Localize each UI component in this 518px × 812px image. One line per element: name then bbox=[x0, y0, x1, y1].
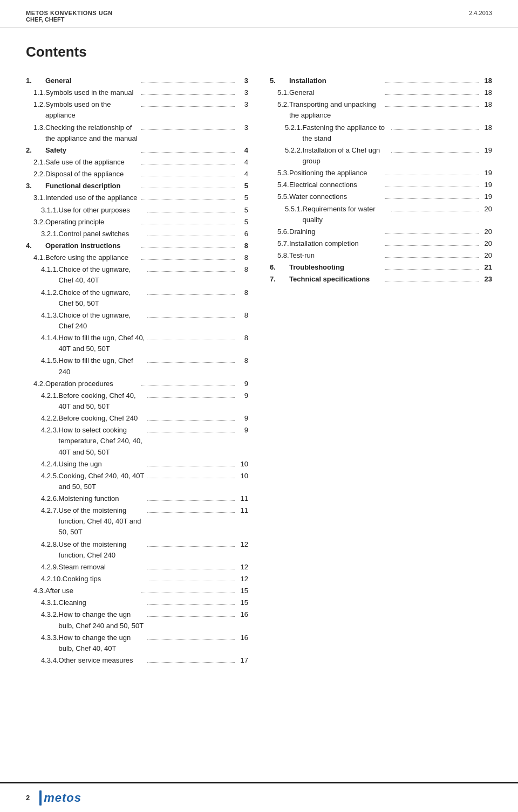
toc-number: 2.1. bbox=[26, 157, 45, 168]
toc-entry: 5.3.Positioning the appliance19 bbox=[270, 168, 492, 178]
toc-text: Use for other purposes bbox=[59, 205, 146, 216]
header-left: METOS KONVEKTIONS UGN CHEF, CHEFT bbox=[26, 10, 113, 23]
toc-text: Disposal of the appliance bbox=[45, 169, 139, 180]
toc-number: 1.3. bbox=[26, 122, 45, 133]
toc-dots bbox=[391, 152, 479, 153]
toc-text: Safe use of the appliance bbox=[45, 157, 139, 168]
toc-dots bbox=[147, 604, 235, 605]
toc-number: 5. bbox=[270, 75, 289, 86]
toc-number: 4.2.1. bbox=[26, 390, 59, 401]
toc-entry: 4.1.1.Choice of the ugnware, Chef 40, 40… bbox=[26, 264, 248, 286]
toc-number: 4.1.5. bbox=[26, 355, 59, 366]
toc-entry: 5.2.1.Fastening the appliance to the sta… bbox=[270, 122, 492, 144]
toc-page: 8 bbox=[236, 264, 248, 275]
header: METOS KONVEKTIONS UGN CHEF, CHEFT 2.4.20… bbox=[0, 0, 518, 27]
toc-number: 1.1. bbox=[26, 87, 45, 98]
toc-number: 3.1.1. bbox=[26, 205, 59, 216]
toc-text: Safety bbox=[45, 145, 139, 156]
toc-number: 5.5.1. bbox=[270, 204, 303, 215]
toc-entry: 4.1.2.Choice of the ugnware, Chef 50, 50… bbox=[26, 287, 248, 309]
toc-number: 4.3.2. bbox=[26, 609, 59, 620]
toc-text: Operation procedures bbox=[45, 379, 139, 389]
toc-text: Steam removal bbox=[59, 562, 146, 573]
toc-page: 18 bbox=[480, 99, 492, 110]
toc-dots bbox=[147, 662, 235, 663]
toc-number: 4.1. bbox=[26, 252, 45, 263]
toc-dots bbox=[147, 500, 235, 501]
toc-text: Use of the moistening function, Chef 240 bbox=[59, 539, 146, 561]
toc-text: How to change the ugn bulb, Chef 240 and… bbox=[59, 609, 146, 631]
toc-text: Using the ugn bbox=[59, 459, 146, 470]
toc-entry: 3.2.1.Control panel switches6 bbox=[26, 229, 248, 239]
toc-number: 4.3.3. bbox=[26, 632, 59, 643]
toc-text: Cleaning bbox=[59, 597, 146, 608]
toc-page: 9 bbox=[236, 425, 248, 436]
footer-page-number: 2 bbox=[26, 794, 30, 802]
toc-dots bbox=[147, 432, 235, 432]
toc-text: Before cooking, Chef 40, 40T and 50, 50T bbox=[59, 390, 146, 412]
toc-page: 17 bbox=[236, 655, 248, 666]
toc-entry: 5.6.Draining20 bbox=[270, 226, 492, 237]
toc-page: 21 bbox=[480, 262, 492, 273]
toc-text: Choice of the ugnware, Chef 240 bbox=[59, 310, 146, 332]
toc-entry: 4.Operation instructions8 bbox=[26, 240, 248, 251]
toc-entry: 5.1.General18 bbox=[270, 87, 492, 98]
toc-page: 3 bbox=[236, 122, 248, 133]
toc-number: 4.1.2. bbox=[26, 287, 59, 298]
toc-entry: 4.2.3.How to select cooking temperature,… bbox=[26, 425, 248, 457]
toc-number: 5.6. bbox=[270, 226, 289, 237]
toc-text: Moistening function bbox=[59, 493, 146, 504]
toc-page: 4 bbox=[236, 169, 248, 180]
toc-dots bbox=[147, 512, 235, 513]
toc-text: Checking the relationship of the applian… bbox=[45, 122, 139, 144]
toc-entry: 5.4.Electrical connections19 bbox=[270, 180, 492, 190]
toc-dots bbox=[141, 593, 235, 593]
toc-entry: 4.1.4.How to fill the ugn, Chef 40, 40T … bbox=[26, 333, 248, 354]
toc-number: 5.2.1. bbox=[270, 122, 303, 133]
toc-number: 3.2. bbox=[26, 217, 45, 228]
toc-page: 3 bbox=[236, 75, 248, 86]
toc-entry: 5.2.2.Installation of a Chef ugn group19 bbox=[270, 145, 492, 167]
toc-number: 4.2.6. bbox=[26, 493, 59, 504]
main-content: Contents 1.General31.1.Symbols used in t… bbox=[0, 27, 518, 689]
toc-number: 5.5. bbox=[270, 191, 289, 202]
toc-dots bbox=[391, 211, 479, 211]
toc-dots bbox=[385, 82, 479, 83]
toc-dots bbox=[141, 129, 235, 130]
toc-dots bbox=[147, 478, 235, 478]
toc-text: Operating principle bbox=[45, 217, 139, 228]
toc-entry: 2.Safety4 bbox=[26, 145, 248, 156]
toc-page: 9 bbox=[236, 390, 248, 401]
toc-entry: 4.3.3.How to change the ugn bulb, Chef 4… bbox=[26, 632, 248, 654]
toc-number: 2.2. bbox=[26, 169, 45, 180]
toc-number: 5.4. bbox=[270, 180, 289, 190]
toc-page: 16 bbox=[236, 609, 248, 620]
toc-dots bbox=[141, 247, 235, 248]
toc-text: Requirements for water quality bbox=[303, 204, 390, 225]
toc-dots bbox=[141, 259, 235, 260]
toc-text: Installation bbox=[289, 75, 383, 86]
toc-page: 10 bbox=[236, 459, 248, 470]
toc-text: Before cooking, Chef 240 bbox=[59, 413, 146, 424]
toc-entry: 1.General3 bbox=[26, 75, 248, 86]
toc-page: 3 bbox=[236, 87, 248, 98]
toc-number: 7. bbox=[270, 274, 289, 285]
toc-entry: 4.1.5.How to fill the ugn, Chef 2408 bbox=[26, 355, 248, 377]
toc-page: 9 bbox=[236, 413, 248, 424]
toc-dots bbox=[141, 152, 235, 153]
toc-dots bbox=[141, 386, 235, 386]
toc-dots bbox=[141, 199, 235, 200]
toc-entry: 4.2.9.Steam removal12 bbox=[26, 562, 248, 573]
toc-text: How to change the ugn bulb, Chef 40, 40T bbox=[59, 632, 146, 654]
toc-page: 5 bbox=[236, 217, 248, 228]
toc-text: General bbox=[45, 75, 139, 86]
toc-number: 4.2. bbox=[26, 379, 45, 389]
toc-page: 8 bbox=[236, 310, 248, 321]
toc-text: Control panel switches bbox=[59, 229, 146, 239]
toc-dots bbox=[385, 281, 479, 281]
toc-text: Positioning the appliance bbox=[289, 168, 383, 178]
toc-text: Before using the appliance bbox=[45, 252, 139, 263]
toc-number: 4.2.7. bbox=[26, 505, 59, 516]
toc-number: 4.1.3. bbox=[26, 310, 59, 321]
toc-dots bbox=[147, 340, 235, 340]
